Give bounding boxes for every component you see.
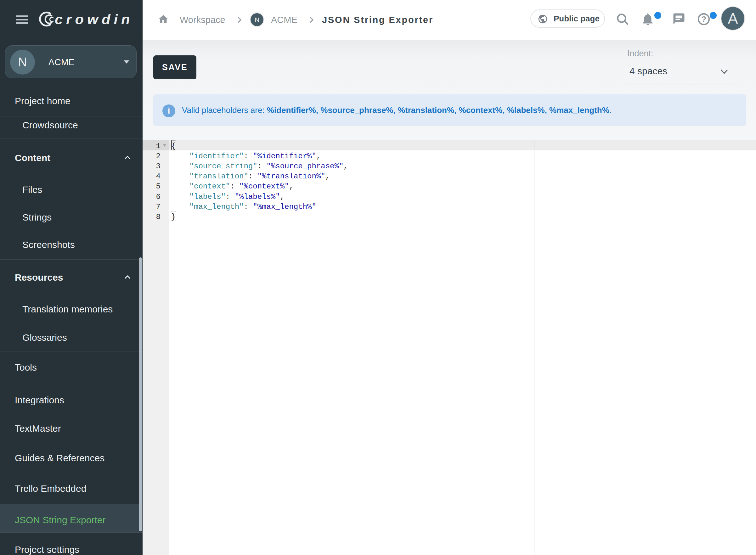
svg-text:?: ? xyxy=(701,14,706,24)
svg-text:crowdin: crowdin xyxy=(55,11,133,27)
